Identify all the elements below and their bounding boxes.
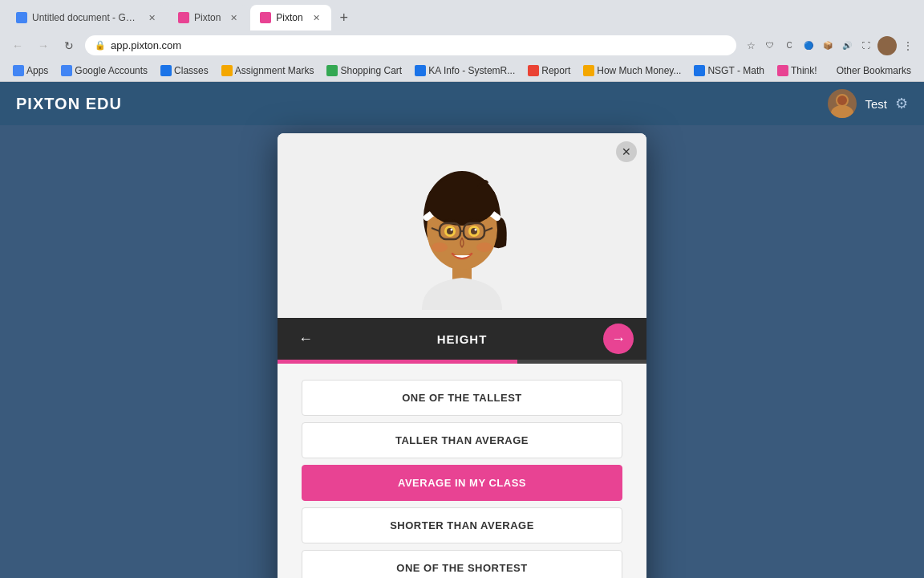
bookmark-nsgt-math[interactable]: NSGT - Math [689,63,768,78]
bookmark-apps-label: Apps [26,65,48,76]
apps-bookmark-icon [13,65,24,76]
other-bookmarks-folder[interactable]: Other Bookmarks [832,63,916,78]
tab-1[interactable]: Untitled document - Google D... ✕ [6,5,167,31]
svg-point-2 [837,96,847,105]
bookmark-report-label: Report [541,65,570,76]
svg-point-1 [831,105,853,118]
tab3-label: Pixton [276,12,302,23]
money-icon [583,65,594,76]
bookmark-ka-info[interactable]: KA Info - SystemR... [410,63,520,78]
progress-bar [278,360,646,364]
tab3-favicon [260,12,271,23]
svg-point-6 [427,177,497,226]
bookmark-report[interactable]: Report [523,63,575,78]
assignment-marks-icon [221,65,233,76]
browser-action-3[interactable]: 🔵 [800,38,817,54]
menu-icon[interactable]: ⋮ [900,38,916,54]
reload-button[interactable]: ↻ [59,36,79,55]
url-text: app.pixton.com [111,39,181,51]
bookmark-classes[interactable]: Classes [156,63,213,78]
app-header: PIXTON EDU Test ⚙ [0,82,924,125]
user-name: Test [865,97,887,111]
svg-point-18 [432,242,448,252]
forward-button[interactable]: → [34,36,53,55]
bookmark-assignment-label: Assignment Marks [235,65,314,76]
tab-bar: Untitled document - Google D... ✕ Pixton… [0,0,924,31]
browser-action-1[interactable]: 🛡 [762,38,778,54]
profile-icon[interactable] [877,36,897,55]
character-illustration [398,141,526,310]
nav-previous-button[interactable]: ← [290,324,321,354]
address-bar: ← → ↻ 🔒 app.pixton.com ☆ 🛡 C 🔵 📦 🔊 ⛶ ⋮ [0,31,924,60]
svg-point-19 [476,242,492,252]
user-menu[interactable]: Test ⚙ [828,89,908,118]
bookmark-shopping-cart[interactable]: Shopping Cart [322,63,407,78]
tab1-label: Untitled document - Google D... [32,12,139,23]
browser-action-6[interactable]: ⛶ [858,38,874,54]
left-arrow-icon: ← [298,331,313,348]
classes-icon [160,65,172,76]
bookmark-assignment-marks[interactable]: Assignment Marks [217,63,319,78]
tab-3[interactable]: Pixton ✕ [250,5,330,31]
report-icon [528,65,539,76]
tab2-label: Pixton [194,12,221,23]
bookmark-shopping-label: Shopping Cart [340,65,402,76]
browser-action-2[interactable]: C [781,38,797,54]
bookmark-star-icon[interactable]: ☆ [743,38,759,54]
option-tallest-button[interactable]: ONE OF THE TALLEST [302,380,622,416]
tab-2[interactable]: Pixton ✕ [168,5,249,31]
settings-icon[interactable]: ⚙ [895,95,908,112]
option-shorter-than-average-button[interactable]: SHORTER THAN AVERAGE [302,507,622,543]
other-bookmarks-label: Other Bookmarks [837,65,911,76]
svg-point-16 [451,229,453,231]
modal-body: ONE OF THE TALLEST TALLER THAN AVERAGE A… [278,364,646,578]
section-title: HEIGHT [437,332,488,346]
bookmark-think[interactable]: Think! [772,63,822,78]
google-accounts-icon [61,65,72,76]
bookmark-money-label: How Much Money... [597,65,681,76]
new-tab-button[interactable]: + [333,6,355,29]
address-actions: ☆ 🛡 C 🔵 📦 🔊 ⛶ ⋮ [743,36,916,55]
svg-point-17 [475,229,477,231]
bookmarks-bar: Apps Google Accounts Classes Assignment … [0,60,924,82]
option-shortest-button[interactable]: ONE OF THE SHORTEST [302,550,622,578]
character-modal: ✕ [278,133,646,578]
bookmark-google-accounts[interactable]: Google Accounts [56,63,152,78]
app-logo: PIXTON EDU [16,95,122,113]
tab2-close[interactable]: ✕ [229,11,239,25]
modal-overlay: ✕ [0,125,924,578]
modal-navigation-bar: ← HEIGHT → [278,318,646,360]
progress-fill [278,360,517,364]
option-average-button[interactable]: AVERAGE IN MY CLASS [302,465,622,501]
nav-next-button[interactable]: → [603,324,634,354]
ka-info-icon [415,65,426,76]
bookmark-nsgt-label: NSGT - Math [707,65,764,76]
tab1-close[interactable]: ✕ [147,11,157,25]
option-taller-than-average-button[interactable]: TALLER THAN AVERAGE [302,422,622,458]
ssl-lock-icon: 🔒 [95,40,106,51]
right-arrow-icon: → [611,331,626,348]
bookmark-how-much-money[interactable]: How Much Money... [578,63,686,78]
browser-action-5[interactable]: 🔊 [839,38,855,54]
bookmark-ka-label: KA Info - SystemR... [428,65,515,76]
browser-chrome: Untitled document - Google D... ✕ Pixton… [0,0,924,82]
avatar[interactable] [828,89,857,118]
browser-action-4[interactable]: 📦 [820,38,836,54]
tab3-close[interactable]: ✕ [311,11,322,25]
tab1-favicon [16,12,27,23]
back-button[interactable]: ← [8,36,27,55]
character-preview: ✕ [278,133,646,318]
modal-close-button[interactable]: ✕ [616,141,637,162]
bookmark-think-label: Think! [791,65,817,76]
main-content: ✕ [0,125,924,578]
tab2-favicon [178,12,189,23]
url-bar[interactable]: 🔒 app.pixton.com [85,35,736,55]
think-icon [777,65,788,76]
bookmark-classes-label: Classes [174,65,209,76]
shopping-cart-icon [326,65,338,76]
bookmark-apps[interactable]: Apps [8,63,53,78]
nsgt-icon [694,65,705,76]
bookmark-google-label: Google Accounts [75,65,148,76]
